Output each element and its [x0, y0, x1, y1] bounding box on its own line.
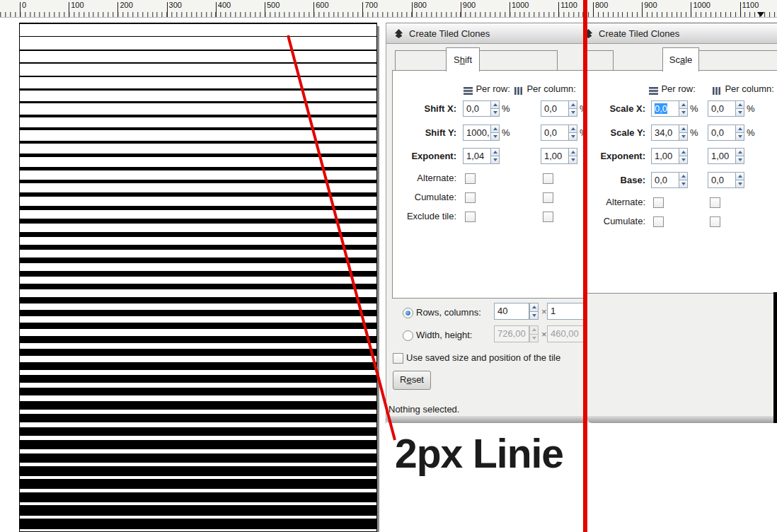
clone-line[interactable]: [20, 297, 376, 303]
spin-buttons[interactable]: [568, 148, 577, 164]
clone-line[interactable]: [20, 127, 376, 130]
checkbox[interactable]: [465, 192, 476, 203]
clone-line[interactable]: [20, 76, 376, 77]
spinner-up-icon[interactable]: [735, 172, 744, 180]
spinner-up-icon[interactable]: [679, 125, 688, 133]
spin-buttons[interactable]: [490, 148, 500, 164]
clone-line[interactable]: [20, 50, 376, 51]
spinner-down-icon[interactable]: [735, 180, 744, 188]
rows-columns-radio[interactable]: [403, 308, 413, 318]
width-input[interactable]: 726,00: [494, 325, 529, 342]
spinner-up-icon[interactable]: [735, 100, 744, 109]
spinner-down-icon[interactable]: [568, 156, 577, 164]
spin-input[interactable]: 0,0: [708, 125, 739, 141]
spinner-down-icon[interactable]: [490, 133, 500, 141]
clone-line[interactable]: [20, 492, 376, 502]
tab-shift[interactable]: Shift: [446, 47, 480, 71]
spinner-down-icon[interactable]: [568, 133, 577, 141]
spinner-down-icon[interactable]: [529, 335, 539, 343]
clone-line[interactable]: [20, 401, 376, 410]
spinner-up-icon[interactable]: [735, 125, 744, 133]
spin-input[interactable]: 0,0: [541, 125, 572, 141]
spinner-up-icon[interactable]: [679, 172, 688, 180]
spin-buttons[interactable]: [490, 125, 500, 141]
spin-input[interactable]: 1,00: [541, 148, 572, 164]
dialog-titlebar[interactable]: Create Tiled Clones: [587, 23, 777, 44]
clone-line[interactable]: [20, 427, 376, 436]
clone-line[interactable]: [20, 88, 376, 91]
clone-line[interactable]: [20, 362, 376, 370]
clone-line[interactable]: [20, 388, 376, 395]
checkbox[interactable]: [543, 192, 553, 203]
clone-line[interactable]: [20, 154, 376, 157]
use-saved-size-checkbox[interactable]: [393, 353, 403, 364]
clone-line[interactable]: [20, 349, 376, 356]
reset-button[interactable]: Reset: [393, 371, 431, 390]
rows-spinner[interactable]: [529, 303, 539, 320]
tab-unlabeled-2[interactable]: [478, 50, 558, 71]
clone-line[interactable]: [20, 206, 376, 210]
spin-buttons[interactable]: [679, 125, 688, 141]
spin-buttons[interactable]: [679, 100, 688, 117]
rows-input[interactable]: 40: [494, 303, 529, 320]
spinner-down-icon[interactable]: [679, 109, 688, 117]
checkbox[interactable]: [653, 216, 664, 227]
clone-line[interactable]: [20, 180, 376, 183]
clone-line[interactable]: [20, 375, 376, 383]
spinner-up-icon[interactable]: [568, 148, 577, 156]
clone-line[interactable]: [20, 141, 376, 144]
spin-buttons[interactable]: [568, 125, 577, 141]
clone-line[interactable]: [20, 519, 376, 529]
clone-line[interactable]: [20, 115, 376, 117]
spinner-down-icon[interactable]: [735, 156, 744, 164]
clone-line[interactable]: [20, 36, 376, 37]
spin-input[interactable]: 0,0: [651, 100, 682, 117]
spin-input[interactable]: 0,0: [708, 100, 739, 117]
clone-line[interactable]: [20, 479, 376, 489]
canvas[interactable]: [0, 17, 386, 532]
spin-input[interactable]: 1,00: [651, 148, 682, 164]
checkbox[interactable]: [465, 212, 476, 222]
dialog-titlebar[interactable]: Create Tiled Clones: [386, 23, 588, 44]
tab-unlabeled-2[interactable]: [698, 50, 777, 71]
spinner-up-icon[interactable]: [568, 125, 577, 133]
spin-input[interactable]: 0,0: [541, 100, 572, 117]
spinner-down-icon[interactable]: [490, 109, 500, 117]
spin-input[interactable]: 1,00: [708, 148, 739, 164]
clone-line[interactable]: [20, 466, 376, 476]
clone-line[interactable]: [20, 271, 376, 277]
clone-line[interactable]: [20, 192, 376, 197]
checkbox[interactable]: [710, 197, 720, 208]
spin-buttons[interactable]: [568, 100, 577, 117]
tab-unlabeled-1[interactable]: [395, 50, 447, 71]
clone-line[interactable]: [20, 101, 376, 103]
clone-line[interactable]: [20, 245, 376, 250]
checkbox[interactable]: [653, 197, 664, 208]
spinner-up-icon[interactable]: [568, 100, 577, 109]
checkbox[interactable]: [543, 212, 553, 222]
clone-line[interactable]: [20, 323, 376, 329]
spinner-up-icon[interactable]: [490, 148, 500, 156]
ruler-horizontal-left[interactable]: 010020030040050060070080090010001100: [0, 0, 587, 18]
clone-line[interactable]: [20, 414, 376, 422]
clone-line[interactable]: [20, 336, 376, 343]
spinner-up-icon[interactable]: [679, 148, 688, 156]
spinner-up-icon[interactable]: [490, 125, 500, 133]
spinner-down-icon[interactable]: [735, 109, 744, 117]
spin-buttons[interactable]: [490, 100, 500, 117]
ruler-horizontal-right[interactable]: 80090010001100: [587, 0, 777, 18]
spin-input[interactable]: 1,04: [463, 148, 494, 164]
spin-buttons[interactable]: [735, 125, 744, 141]
spin-buttons[interactable]: [735, 100, 744, 117]
spinner-up-icon[interactable]: [529, 303, 539, 312]
clone-line[interactable]: [20, 258, 376, 263]
clone-line[interactable]: [20, 440, 376, 449]
spinner-down-icon[interactable]: [529, 312, 539, 320]
width-height-radio[interactable]: [403, 330, 413, 341]
clone-line[interactable]: [20, 62, 376, 64]
clone-line[interactable]: [20, 284, 376, 289]
clone-line[interactable]: [20, 23, 376, 24]
clone-line[interactable]: [20, 505, 376, 516]
spinner-up-icon[interactable]: [735, 148, 744, 156]
spin-buttons[interactable]: [735, 172, 744, 188]
